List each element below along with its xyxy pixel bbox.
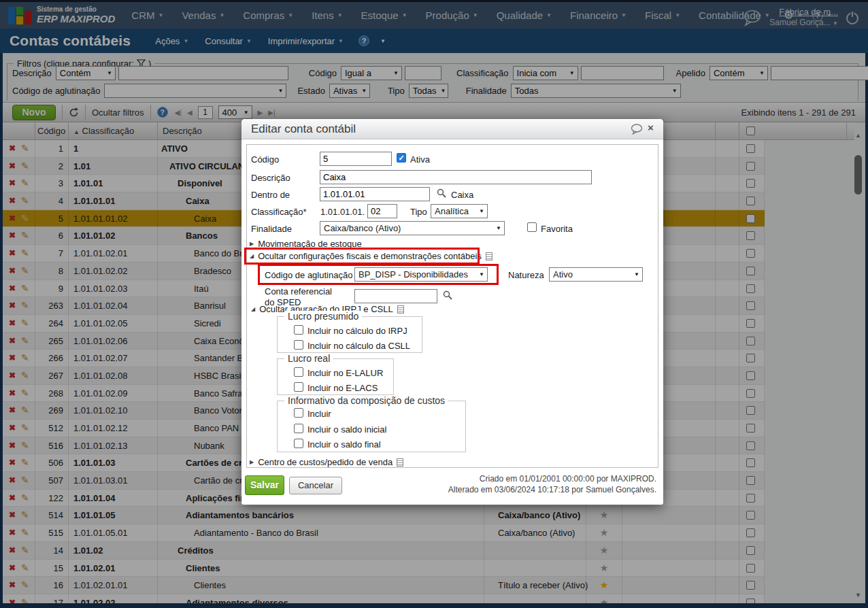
finalidade-label: Finalidade — [251, 224, 292, 234]
fieldset-lucro-presumido: Lucro presumido Incluir no cálculo do IR… — [277, 316, 422, 353]
descricao-label: Descrição — [251, 173, 290, 183]
document-icon[interactable] — [397, 305, 404, 314]
informativo-legend: Informativo da composição de custos — [284, 395, 448, 406]
tipo-label: Tipo — [410, 207, 427, 217]
favorita-checkbox[interactable] — [527, 222, 537, 232]
codigo-label: Código — [251, 154, 279, 165]
lucro-real-legend: Lucro real — [284, 353, 333, 364]
ativa-checkbox[interactable]: ✓ — [397, 153, 406, 163]
chevron-down-icon: ▼ — [496, 225, 501, 231]
sped-input[interactable] — [354, 289, 437, 303]
search-icon[interactable] — [443, 290, 452, 300]
tipo-select[interactable]: Analítica▼ — [431, 204, 488, 218]
modal-title: Editar conta contábil — [251, 122, 356, 136]
expanded-triangle-icon: ◢ — [251, 306, 255, 312]
search-icon[interactable] — [437, 188, 446, 198]
elacs-checkbox-label: Incluir no E-LACS — [307, 383, 378, 393]
section-centro-custos-label: Centro de custos/pedido de venda — [258, 457, 393, 467]
csll-checkbox-label: Incluir no cálculo da CSLL — [307, 341, 410, 351]
descricao-input[interactable] — [320, 170, 592, 184]
cancelar-button[interactable]: Cancelar — [289, 477, 342, 494]
chevron-down-icon: ▼ — [479, 271, 484, 277]
chevron-down-icon: ▼ — [634, 271, 639, 277]
irpj-checkbox-label: Incluir no cálculo do IRPJ — [307, 326, 407, 336]
edit-account-modal: Editar conta contábil × Código ✓ Ativa D… — [241, 119, 663, 505]
csll-checkbox[interactable] — [294, 340, 303, 350]
section-centro-custos[interactable]: ▶ Centro de custos/pedido de venda — [250, 457, 403, 467]
chevron-down-icon: ▼ — [479, 208, 484, 214]
expanded-triangle-icon: ◢ — [250, 253, 254, 259]
irpj-checkbox[interactable] — [294, 325, 303, 335]
dentro-de-input[interactable] — [320, 187, 430, 201]
natureza-label: Natureza — [508, 270, 544, 280]
classificacao-label: Classificação* — [251, 207, 307, 217]
elacs-checkbox[interactable] — [294, 382, 303, 392]
aglutinacao-select[interactable]: BP_DISP - Disponibilidades▼ — [354, 267, 488, 282]
saldo-inicial-checkbox-label: Incluir o saldo inicial — [307, 424, 386, 435]
elalur-checkbox[interactable] — [294, 367, 303, 377]
ativa-label: Ativa — [410, 154, 430, 165]
section-movimentacao-label: Movimentação de estoque — [258, 239, 361, 249]
section-fiscais[interactable]: ◢ Ocultar configurações fiscais e demons… — [250, 251, 493, 261]
section-fiscais-label: Ocultar configurações fiscais e demonstr… — [258, 251, 482, 261]
lucro-presumido-legend: Lucro presumido — [284, 311, 362, 322]
audit-created: Criado em 01/01/2001 00:00:00 por MAXIPR… — [480, 474, 656, 484]
dentro-de-suffix: Caixa — [451, 190, 473, 200]
collapsed-triangle-icon: ▶ — [250, 459, 254, 465]
audit-modified: Alterado em 03/06/2024 10:17:18 por Samu… — [448, 485, 656, 494]
codigo-input[interactable] — [320, 152, 392, 166]
salvar-button[interactable]: Salvar — [245, 475, 284, 495]
document-icon[interactable] — [397, 458, 403, 467]
saldo-inicial-checkbox[interactable] — [294, 424, 303, 433]
favorita-label: Favorita — [541, 224, 573, 234]
close-icon[interactable]: × — [648, 122, 654, 133]
comment-bubble-icon[interactable] — [631, 124, 643, 135]
section-movimentacao[interactable]: ▶ Movimentação de estoque — [250, 239, 362, 249]
elalur-checkbox-label: Incluir no E-LALUR — [307, 368, 383, 378]
aglutinacao-label: Código de aglutinação — [265, 270, 352, 280]
saldo-final-checkbox[interactable] — [294, 439, 303, 448]
finalidade-select[interactable]: Caixa/banco (Ativo)▼ — [320, 221, 505, 235]
incluir-checkbox[interactable] — [294, 408, 303, 418]
document-icon[interactable] — [486, 252, 493, 260]
incluir-checkbox-label: Incluir — [307, 409, 331, 419]
classificacao-input[interactable] — [367, 204, 397, 218]
classificacao-prefix: 1.01.01.01. — [320, 207, 365, 217]
collapsed-triangle-icon: ▶ — [250, 241, 254, 247]
modal-header[interactable]: Editar conta contábil × — [241, 119, 663, 139]
saldo-final-checkbox-label: Incluir o saldo final — [307, 439, 381, 450]
fieldset-informativo: Informativo da composição de custos Incl… — [277, 401, 466, 452]
natureza-select[interactable]: Ativo▼ — [549, 267, 643, 282]
fieldset-lucro-real: Lucro real Incluir no E-LALUR Incluir no… — [277, 358, 394, 395]
dentro-de-label: Dentro de — [251, 190, 290, 200]
